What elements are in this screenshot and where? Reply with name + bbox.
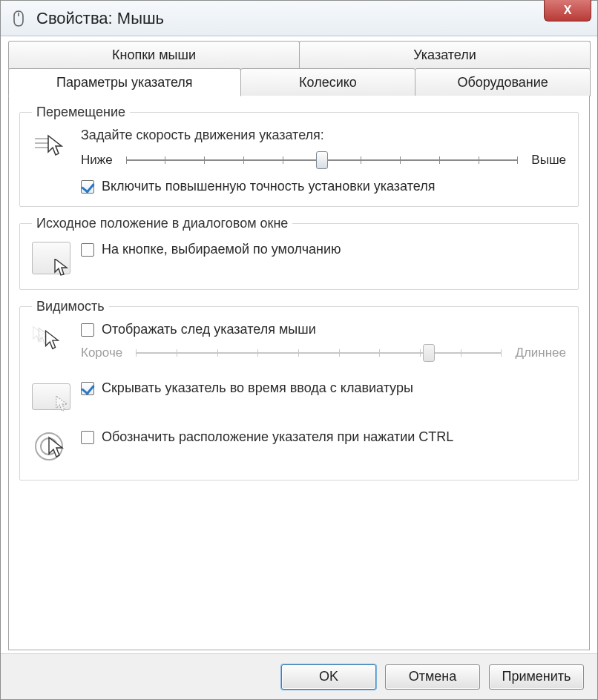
snap-to-icon (32, 239, 70, 277)
group-visibility-legend: Видимость (32, 299, 109, 314)
group-snap-legend: Исходное положение в диалоговом окне (32, 216, 292, 231)
tab-hardware[interactable]: Оборудование (415, 68, 591, 96)
speed-slider-row: Ниже Выше (81, 149, 566, 171)
trails-slider-row: Короче Длиннее (81, 342, 566, 364)
group-motion: Перемещение Задайте скор (19, 105, 579, 207)
trails-checkbox[interactable] (81, 323, 94, 337)
hide-pointer-checkbox[interactable] (81, 382, 94, 395)
mouse-icon (8, 8, 29, 29)
apply-button[interactable]: Применить (489, 664, 584, 690)
dialog-footer: OK Отмена Применить (1, 653, 597, 699)
group-visibility: Видимость (19, 299, 579, 481)
speed-slider-thumb[interactable] (316, 151, 328, 169)
trails-shorter-label: Короче (81, 346, 122, 360)
motion-instruction: Задайте скорость движения указателя: (81, 128, 566, 143)
window-title: Свойства: Мышь (36, 9, 164, 28)
tab-pane-pointer-options: Перемещение Задайте скор (8, 96, 590, 650)
cursor-speed-icon (32, 128, 70, 166)
cancel-button[interactable]: Отмена (385, 664, 480, 690)
precision-checkbox[interactable] (81, 180, 94, 194)
hide-pointer-icon (32, 377, 70, 416)
trails-slider-thumb (423, 344, 435, 362)
precision-label[interactable]: Включить повышенную точность установки у… (102, 179, 435, 194)
hide-pointer-label[interactable]: Скрывать указатель во время ввода с клав… (102, 380, 413, 396)
close-icon: X (564, 4, 572, 17)
trails-slider (136, 342, 502, 364)
tab-pointer-options[interactable]: Параметры указателя (8, 68, 241, 96)
trails-icon (32, 322, 70, 360)
ctrl-locate-label[interactable]: Обозначить расположение указателя при на… (102, 429, 453, 445)
speed-slower-label: Ниже (81, 153, 113, 168)
speed-faster-label: Выше (531, 153, 566, 168)
ok-button[interactable]: OK (281, 664, 376, 690)
tab-buttons[interactable]: Кнопки мыши (8, 41, 300, 69)
dialog-body: Кнопки мыши Указатели Параметры указател… (1, 36, 597, 653)
tab-pointers[interactable]: Указатели (299, 41, 591, 69)
close-button[interactable]: X (544, 0, 591, 22)
mouse-properties-window: Свойства: Мышь X Кнопки мыши Указатели П… (0, 0, 598, 700)
tabset: Кнопки мыши Указатели Параметры указател… (8, 41, 590, 97)
group-motion-legend: Перемещение (32, 105, 130, 120)
snap-checkbox[interactable] (81, 243, 94, 257)
speed-slider[interactable] (126, 149, 519, 171)
ctrl-locate-checkbox[interactable] (81, 431, 94, 444)
group-snap: Исходное положение в диалоговом окне На … (19, 216, 579, 290)
ctrl-locate-icon (32, 429, 70, 468)
trails-label[interactable]: Отображать след указателя мыши (102, 322, 316, 337)
trails-longer-label: Длиннее (515, 346, 566, 360)
tab-wheel[interactable]: Колесико (240, 68, 416, 96)
snap-label[interactable]: На кнопке, выбираемой по умолчанию (102, 242, 341, 257)
titlebar[interactable]: Свойства: Мышь X (1, 1, 597, 36)
